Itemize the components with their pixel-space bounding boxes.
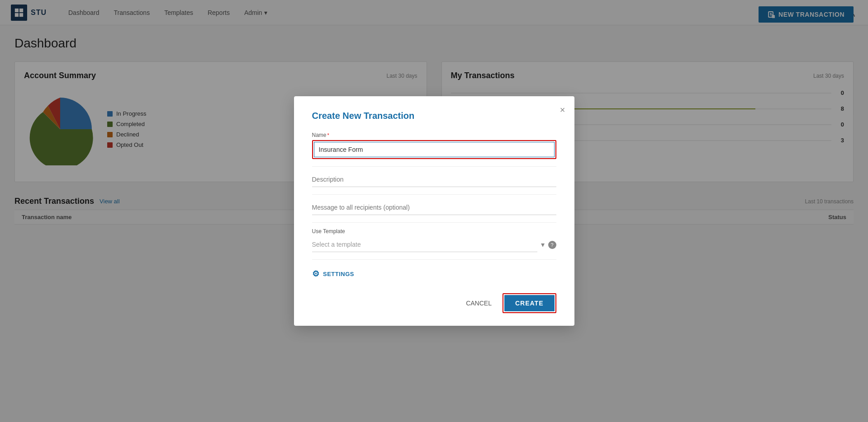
modal-close-button[interactable]: ×: [558, 103, 567, 116]
cancel-button[interactable]: CANCEL: [459, 296, 499, 309]
template-chevron-icon: ▾: [541, 240, 545, 249]
message-input[interactable]: [312, 200, 556, 215]
name-label: Name*: [312, 132, 556, 138]
template-select[interactable]: Select a template: [312, 237, 537, 252]
modal-title: Create New Transaction: [312, 111, 556, 121]
create-transaction-modal: × Create New Transaction Name* Use Templ…: [294, 96, 574, 309]
use-template-field: Use Template Select a template ▾ ?: [312, 228, 556, 252]
settings-row[interactable]: ⚙ SETTINGS: [312, 269, 556, 279]
divider-4: [312, 259, 556, 260]
divider-2: [312, 194, 556, 195]
name-input-wrapper: [312, 140, 556, 159]
settings-label: SETTINGS: [323, 271, 354, 277]
modal-actions: CANCEL CREATE: [312, 293, 556, 309]
name-required: *: [327, 132, 329, 138]
description-input[interactable]: [312, 172, 556, 187]
name-field: Name*: [312, 132, 556, 159]
divider-1: [312, 166, 556, 167]
create-button[interactable]: CREATE: [504, 295, 555, 309]
message-field: [312, 200, 556, 215]
settings-gear-icon: ⚙: [312, 269, 320, 279]
template-help-icon[interactable]: ?: [548, 241, 556, 249]
description-field: [312, 172, 556, 187]
divider-3: [312, 222, 556, 223]
template-select-row: Select a template ▾ ?: [312, 237, 556, 252]
use-template-label: Use Template: [312, 228, 556, 234]
name-input[interactable]: [314, 142, 555, 157]
create-button-wrapper: CREATE: [503, 293, 556, 309]
modal-overlay: × Create New Transaction Name* Use Templ…: [0, 0, 868, 309]
